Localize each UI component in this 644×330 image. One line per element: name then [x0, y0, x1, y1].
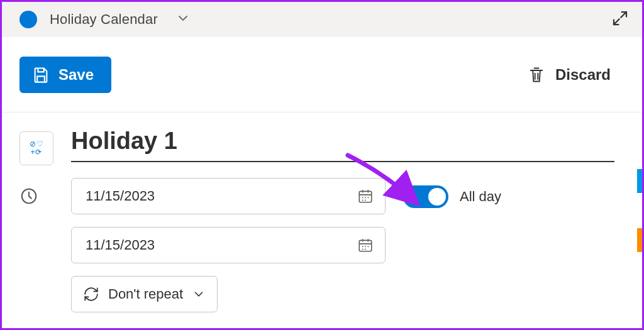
start-date-input[interactable]: 11/15/2023 [71, 178, 386, 214]
discard-label: Discard [555, 66, 611, 84]
save-button[interactable]: Save [19, 57, 111, 93]
start-date-value: 11/15/2023 [86, 188, 155, 204]
svg-point-5 [362, 200, 364, 201]
clock-icon [19, 178, 53, 206]
svg-point-6 [365, 200, 366, 201]
calendar-dropdown-chevron[interactable] [175, 11, 191, 28]
svg-point-9 [365, 246, 366, 247]
expand-icon[interactable] [611, 9, 630, 30]
title-bar: Holiday Calendar [2, 2, 642, 37]
svg-point-4 [367, 197, 369, 198]
repeat-label: Don't repeat [108, 286, 183, 302]
calendar-icon [357, 188, 374, 204]
toggle-knob [428, 188, 446, 206]
calendar-icon [357, 237, 374, 253]
repeat-dropdown[interactable]: Don't repeat [71, 276, 218, 312]
emoji-picker-button[interactable]: ⊘♡ +⟳ [19, 131, 53, 165]
svg-point-10 [367, 246, 369, 247]
svg-point-2 [362, 197, 364, 198]
svg-point-8 [362, 246, 364, 247]
end-date-input[interactable]: 11/15/2023 [71, 227, 386, 263]
event-form: ⊘♡ +⟳ Holiday 1 11/15/2023 11/15/2023 [2, 113, 642, 312]
side-color-tabs [637, 169, 642, 252]
trash-icon [528, 66, 545, 84]
save-label: Save [58, 66, 94, 84]
event-title: Holiday 1 [71, 128, 614, 160]
svg-point-3 [365, 197, 366, 198]
svg-point-11 [362, 249, 364, 250]
discard-button[interactable]: Discard [528, 66, 611, 84]
action-bar: Save Discard [2, 37, 642, 113]
all-day-toggle[interactable] [403, 185, 448, 208]
event-title-field[interactable]: Holiday 1 [71, 128, 614, 162]
event-editor-window: Holiday Calendar Save Discard ⊘♡ +⟳ [0, 0, 644, 330]
save-icon [32, 66, 50, 84]
repeat-icon [83, 286, 99, 302]
calendar-name[interactable]: Holiday Calendar [50, 11, 158, 28]
svg-point-12 [365, 249, 366, 250]
all-day-label: All day [460, 189, 501, 205]
end-date-value: 11/15/2023 [86, 237, 155, 253]
calendar-color-dot [19, 11, 37, 28]
chevron-down-icon [192, 287, 206, 301]
